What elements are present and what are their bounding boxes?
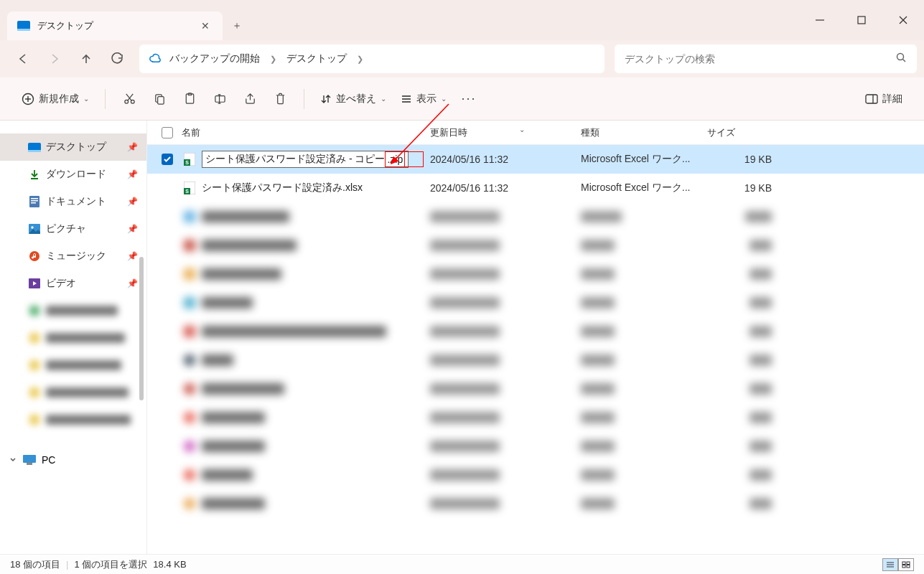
svg-rect-20 [866, 95, 877, 103]
maximize-button[interactable] [841, 3, 882, 37]
desktop-icon [27, 140, 42, 154]
desktop-icon [17, 21, 30, 31]
sidebar-item-documents[interactable]: ドキュメント 📌 [0, 188, 146, 215]
file-row-blurred[interactable]: xxxxxxxxx [147, 231, 924, 260]
view-icons-button[interactable] [898, 558, 914, 571]
pin-icon: 📌 [127, 197, 138, 207]
copy-button[interactable] [144, 85, 174, 113]
search-box[interactable] [615, 44, 917, 73]
svg-text:S: S [185, 189, 189, 194]
sidebar-group-pc[interactable]: PC [0, 446, 146, 474]
sidebar-item-music[interactable]: ミュージック 📌 [0, 243, 146, 270]
sidebar-item-desktop[interactable]: デスクトップ 📌 [0, 133, 146, 161]
file-list: 名前 更新日時⌄ 種類 サイズ S シート保護パスワード設定済み - コピー.z… [147, 121, 924, 554]
address-bar[interactable]: バックアップの開始 ❯ デスクトップ ❯ [139, 44, 605, 73]
svg-rect-42 [902, 562, 905, 565]
paste-button[interactable] [174, 85, 205, 113]
file-row-blurred[interactable]: xxxxxxxx [147, 260, 924, 288]
pin-icon: 📌 [127, 142, 138, 152]
view-details-button[interactable] [882, 558, 898, 571]
file-row[interactable]: S シート保護パスワード設定済み.xlsx 2024/05/16 11:32 M… [147, 174, 924, 202]
sidebar-item-blurred[interactable]: x [0, 324, 146, 352]
rename-input[interactable]: シート保護パスワード設定済み - コピー.zip [202, 151, 409, 168]
column-name[interactable]: 名前 [182, 126, 430, 139]
picture-icon [27, 222, 42, 236]
chevron-right-icon: ❯ [347, 55, 373, 64]
search-input[interactable] [625, 53, 896, 65]
view-label: 表示 [416, 93, 437, 105]
search-icon [896, 52, 907, 65]
svg-line-5 [903, 60, 906, 62]
sidebar-item-blurred[interactable]: x [0, 352, 146, 379]
tab-title: デスクトップ [37, 19, 198, 32]
new-label: 新規作成 [39, 93, 79, 105]
forward-button[interactable] [39, 43, 70, 75]
status-bar: 18 個の項目 | 1 個の項目を選択 18.4 KB [0, 554, 924, 574]
chevron-down-icon [9, 456, 17, 464]
chevron-down-icon: ⌄ [83, 95, 89, 103]
sidebar-item-videos[interactable]: ビデオ 📌 [0, 270, 146, 297]
pin-icon: 📌 [127, 169, 138, 179]
sidebar-item-downloads[interactable]: ダウンロード 📌 [0, 161, 146, 188]
chevron-down-icon: ⌄ [381, 95, 386, 103]
sidebar-item-blurred[interactable]: x [0, 406, 146, 433]
more-button[interactable]: ··· [454, 85, 484, 113]
svg-text:S: S [185, 160, 189, 165]
cut-button[interactable] [114, 85, 144, 113]
item-count: 18 個の項目 [10, 558, 60, 571]
file-row-blurred[interactable]: xxxxxxxx [147, 375, 924, 403]
video-icon [27, 276, 42, 291]
svg-rect-12 [157, 97, 164, 104]
extension-highlight: .zip [385, 151, 405, 167]
delete-button[interactable] [265, 85, 295, 113]
file-row-blurred[interactable]: xxxxxxxxxxxxxx [147, 317, 924, 346]
file-row-blurred[interactable]: xxxxxxx [147, 432, 924, 461]
file-row-blurred[interactable]: xxxxx [147, 346, 924, 375]
column-type[interactable]: 種類 [581, 126, 707, 139]
title-bar: デスクトップ ✕ ＋ [0, 0, 924, 40]
pc-icon [23, 455, 36, 465]
file-row[interactable]: S シート保護パスワード設定済み - コピー.zip 2024/05/16 11… [147, 145, 924, 174]
file-row-blurred[interactable]: xxxxxxx [147, 489, 924, 518]
close-button[interactable] [882, 3, 924, 37]
sort-label: 並べ替え [336, 93, 376, 105]
excel-icon: S [182, 182, 197, 194]
back-button[interactable] [7, 43, 39, 75]
breadcrumb-2[interactable]: デスクトップ [286, 52, 347, 65]
view-button[interactable]: 表示 ⌄ [393, 85, 454, 113]
details-pane-button[interactable]: 詳細 [858, 85, 910, 113]
toolbar: 新規作成 ⌄ 並べ替え ⌄ 表示 ⌄ ··· 詳細 [0, 77, 924, 121]
new-tab-button[interactable]: ＋ [223, 11, 251, 40]
minimize-button[interactable] [799, 3, 841, 37]
tab-desktop[interactable]: デスクトップ ✕ [7, 11, 223, 40]
select-all-checkbox[interactable] [162, 127, 173, 138]
sidebar-item-blurred[interactable]: x [0, 297, 146, 324]
file-row-blurred[interactable]: xxxxxx [147, 288, 924, 317]
sidebar-item-blurred[interactable]: x [0, 379, 146, 406]
new-button[interactable]: 新規作成 ⌄ [14, 85, 96, 113]
column-size[interactable]: サイズ [707, 126, 793, 139]
chevron-down-icon: ⌄ [519, 126, 525, 133]
sidebar-scrollbar[interactable] [136, 257, 146, 486]
sort-button[interactable]: 並べ替え ⌄ [313, 85, 393, 113]
file-row-blurred[interactable]: xxxxxxx [147, 403, 924, 432]
svg-rect-30 [23, 455, 36, 463]
tab-close-button[interactable]: ✕ [198, 19, 213, 33]
file-row-blurred[interactable]: xxxxxx [147, 461, 924, 489]
svg-point-27 [31, 226, 33, 228]
rename-button[interactable] [205, 85, 235, 113]
file-row-blurred[interactable]: xxxxxxxxx [147, 202, 924, 231]
row-checkbox[interactable] [162, 154, 173, 165]
music-icon [27, 249, 42, 263]
refresh-button[interactable] [102, 43, 134, 75]
sidebar-item-pictures[interactable]: ピクチャ 📌 [0, 215, 146, 243]
svg-rect-22 [29, 196, 39, 207]
chevron-down-icon: ⌄ [441, 95, 447, 103]
extension-empty-highlight [405, 151, 424, 167]
excel-icon: S [182, 153, 197, 166]
breadcrumb-1[interactable]: バックアップの開始 [169, 52, 260, 65]
share-button[interactable] [235, 85, 265, 113]
up-button[interactable] [70, 43, 102, 75]
svg-rect-24 [31, 200, 38, 202]
column-date[interactable]: 更新日時⌄ [430, 126, 581, 139]
